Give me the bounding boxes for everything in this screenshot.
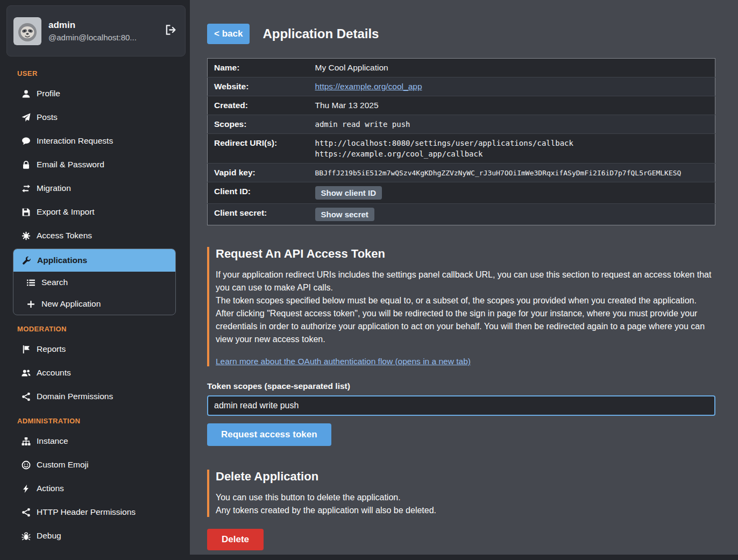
page-header: < back Application Details [207,24,715,44]
sidebar-item-label: Export & Import [37,207,95,217]
row-label: Client ID: [208,182,310,204]
table-row-vapid-key: Vapid key: BBJffJ219b5iE512m7wQSzv4KgKDh… [208,164,715,182]
sidebar-item-label: Reports [37,344,66,354]
sidebar-item-debug[interactable]: Debug [5,524,186,548]
sign-out-icon[interactable] [165,24,176,38]
sidebar-item-label: Posts [37,112,58,122]
sloth-avatar [13,17,41,45]
paper-plane-icon [22,113,31,122]
sidebar-item-label: Accounts [37,368,71,378]
sidebar-item-label: Profile [37,89,60,98]
redirect-uri-2: https://example.org/cool_app/callback [315,148,710,159]
sidebar-item-label: Instance [37,436,68,446]
row-value: Show client ID [310,182,715,204]
request-token-paragraph-3: After clicking "Request access token", y… [216,307,715,346]
avatar [13,17,41,45]
sidebar-item-label: Debug [37,531,61,541]
delete-button[interactable]: Delete [207,529,264,550]
sidebar-item-label: Search [41,278,68,287]
show-secret-button[interactable]: Show secret [315,208,374,221]
delete-section-line-1: You can use this button to delete the ap… [216,491,715,504]
table-row-client-id: Client ID: Show client ID [208,182,715,204]
flag-icon [22,345,31,354]
bolt-icon [22,484,31,493]
nav-section-header-user: USER [5,61,186,82]
comment-icon [22,137,31,146]
request-access-token-button[interactable]: Request access token [207,423,331,446]
sidebar-item-access-tokens[interactable]: Access Tokens [5,224,186,247]
share-nodes-icon [22,392,31,401]
sidebar-item-label: Applications [37,256,87,265]
nav-section-header-administration: ADMINISTRATION [5,408,186,429]
row-value: BBJffJ219b5iE512m7wQSzv4KgKDhgZZVzNyWC_r… [310,164,715,182]
table-row-website: Website: https://example.org/cool_app [208,77,715,96]
applications-submenu: Search New Application [13,272,175,315]
sidebar-item-label: Migration [37,183,71,193]
request-token-paragraph-1: If your application redirect URIs includ… [216,268,715,294]
row-label: Website: [208,77,310,96]
sidebar-item-label: Email & Password [37,160,104,169]
back-button[interactable]: < back [207,24,250,44]
smiley-icon [22,460,31,470]
request-token-title: Request An API Access Token [216,247,715,261]
table-row-client-secret: Client secret: Show secret [208,204,715,225]
lock-icon [22,160,31,169]
delete-section: Delete Application You can use this butt… [207,470,715,517]
table-row-redirect-uris: Redirect URI(s): http://localhost:8080/s… [208,134,715,164]
sidebar-item-instance[interactable]: Instance [5,429,186,453]
sidebar-item-label: Interaction Requests [37,136,113,146]
sidebar-item-http-header-permissions[interactable]: HTTP Header Permissions [5,500,186,524]
row-label: Created: [208,96,310,115]
delete-section-title: Delete Application [216,470,715,484]
sidebar-item-reports[interactable]: Reports [5,337,186,361]
certificate-icon [22,231,31,240]
token-scopes-input[interactable] [207,395,715,416]
sidebar-item-new-application[interactable]: New Application [13,293,175,315]
user-icon [22,89,31,98]
request-token-section: Request An API Access Token If your appl… [207,247,715,366]
sidebar-item-applications-search[interactable]: Search [13,272,175,293]
sidebar-item-label: HTTP Header Permissions [37,507,136,517]
main-content: < back Application Details Name: My Cool… [190,0,738,555]
user-card[interactable]: admin @admin@localhost:80... [6,5,186,56]
sidebar-item-label: Domain Permissions [37,392,113,401]
share-nodes-icon [22,508,31,517]
wrench-icon [22,256,31,265]
show-client-id-button[interactable]: Show client ID [315,186,382,200]
row-value: http://localhost:8080/settings/user/appl… [310,134,715,164]
sidebar-item-email-password[interactable]: Email & Password [5,153,186,176]
page-title: Application Details [262,26,379,41]
sidebar-item-interaction-requests[interactable]: Interaction Requests [5,129,186,153]
user-name: admin [48,20,158,31]
users-icon [22,368,31,378]
sidebar-item-applications[interactable]: Applications [13,249,175,272]
website-link[interactable]: https://example.org/cool_app [315,82,422,91]
sidebar-item-profile[interactable]: Profile [5,82,186,105]
sidebar-item-label: New Application [41,299,101,309]
row-label: Scopes: [208,115,310,134]
row-label: Client secret: [208,204,310,225]
sidebar-item-custom-emoji[interactable]: Custom Emoji [5,453,186,477]
sidebar-item-label: Access Tokens [37,231,92,240]
token-scopes-label: Token scopes (space-separated list) [207,381,715,391]
floppy-icon [22,208,31,217]
row-value: admin read write push [310,115,715,134]
sidebar-item-migration[interactable]: Migration [5,176,186,200]
redirect-uri-1: http://localhost:8080/settings/user/appl… [315,138,710,148]
user-handle: @admin@localhost:80... [48,33,158,42]
sidebar-item-actions[interactable]: Actions [5,477,186,500]
row-label: Redirect URI(s): [208,134,310,164]
application-details-table: Name: My Cool Application Website: https… [207,58,715,225]
sidebar-item-export-import[interactable]: Export & Import [5,200,186,224]
table-row-created: Created: Thu Mar 13 2025 [208,96,715,115]
sidebar-item-posts[interactable]: Posts [5,105,186,129]
sidebar-nav: USER Profile Posts Interaction Requests … [5,61,186,548]
oauth-docs-link[interactable]: Learn more about the OAuth authenticatio… [216,357,471,366]
request-token-paragraph-2: The token scopes specified below must be… [216,294,715,307]
sidebar-item-accounts[interactable]: Accounts [5,361,186,385]
row-value: Show secret [310,204,715,225]
row-value: https://example.org/cool_app [310,77,715,96]
sidebar-item-domain-permissions[interactable]: Domain Permissions [5,385,186,408]
list-icon [26,278,36,287]
sidebar-item-label: Custom Emoji [37,460,88,470]
